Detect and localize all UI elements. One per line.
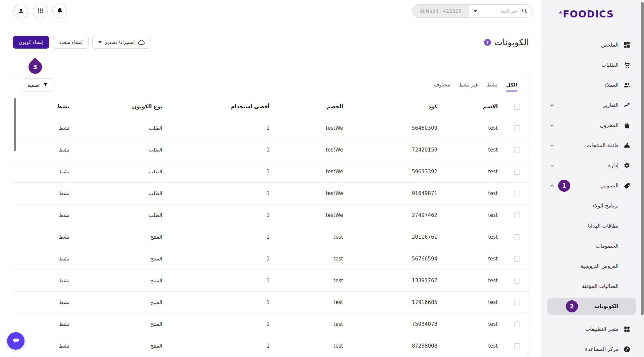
cell-name: test (447, 117, 508, 139)
row-checkbox[interactable] (514, 147, 520, 153)
cell-discount: test (280, 335, 353, 357)
row-checkbox[interactable] (514, 125, 520, 131)
cell-code: 75934078 (353, 313, 447, 335)
chevron-down-icon (98, 41, 102, 43)
row-checkbox[interactable] (514, 169, 520, 175)
tab-active[interactable]: نشط (487, 82, 497, 88)
cell-coupon-type: الطلب (79, 117, 172, 139)
import-export-button[interactable]: إستيراد/ تصدير (92, 36, 151, 49)
cell-coupon-type: المنتج (79, 313, 172, 335)
sidebar-item-timed-events[interactable]: الفعاليات المؤقتة (541, 276, 644, 296)
cell-name: test (447, 270, 508, 291)
cell-discount: test (280, 270, 353, 291)
apps-grid-button[interactable] (33, 4, 48, 18)
sidebar-item-gift-cards[interactable]: بطاقات الهدايا (541, 216, 644, 236)
sidebar-item-marketing[interactable]: التسويق 1 (541, 176, 644, 196)
sidebar-item-products-menu[interactable]: قائمة المنتجات (541, 135, 644, 156)
sidebar-item-summary[interactable]: الملخص (541, 35, 644, 55)
header-coupon-type: نوع الكوبون (79, 96, 172, 117)
apps-grid-icon (37, 7, 44, 14)
cell-status: نشط (13, 313, 79, 335)
registered-mark: ® (559, 11, 563, 15)
window-scrollbar-thumb[interactable] (641, 2, 644, 315)
sidebar-item-coupons[interactable]: الكوبونات 2 (547, 298, 636, 315)
cell-name: test (447, 139, 508, 161)
brand-logo-wrap: FOODICS® (541, 0, 644, 20)
cloud-icon (138, 39, 145, 46)
cell-max-usage: 1 (172, 226, 280, 248)
sidebar-item-help-center[interactable]: ? مركز المساعدة (541, 339, 644, 357)
tab-inactive[interactable]: غير نشط (459, 82, 478, 88)
cell-status: نشط (13, 226, 79, 248)
table-row[interactable]: test 56766594 test 1 المنتج نشط (13, 248, 529, 270)
sidebar-item-promotions[interactable]: العروض الترويجية (541, 256, 644, 276)
filter-button[interactable]: تصفية (22, 78, 54, 92)
table-row[interactable]: test 75934078 test 1 المنتج نشط (13, 313, 529, 335)
header-name: الاسم (447, 96, 508, 117)
row-checkbox[interactable] (514, 278, 520, 284)
sidebar-item-discounts[interactable]: الخصومات (541, 236, 644, 256)
table-row[interactable]: test 59633392 testWe 1 الطلب نشط (13, 161, 529, 182)
table-row[interactable]: test 27497462 testWe 1 الطلب نشط (13, 204, 529, 226)
chevron-down-icon[interactable] (474, 10, 477, 12)
row-checkbox[interactable] (514, 191, 520, 196)
row-checkbox[interactable] (514, 213, 520, 218)
header-code: كود (353, 96, 447, 117)
table-row[interactable]: test 56460309 testWe 1 الطلب نشط (13, 117, 529, 139)
row-checkbox[interactable] (514, 343, 520, 349)
help-center-icon: ? (623, 346, 631, 353)
create-coupon-button[interactable]: إنشاء كوبون (13, 36, 49, 49)
card-toolbar: الكل نشط غير نشط محذوف تصفية (13, 74, 529, 96)
category-search[interactable] (482, 8, 532, 14)
cell-discount: test (280, 291, 353, 313)
reports-icon (623, 102, 631, 109)
table-row[interactable]: test 13391767 test 1 المنتج نشط (13, 270, 529, 291)
row-checkbox[interactable] (514, 256, 520, 262)
cell-coupon-type: المنتج (79, 226, 172, 248)
table-row[interactable]: test 87288008 test 1 المنتج نشط (13, 335, 529, 357)
cell-status: نشط (13, 182, 79, 204)
table-row[interactable]: test 17916685 test 1 المنتج نشط (13, 291, 529, 313)
table-row[interactable]: test 20116761 test 1 المنتج نشط (13, 226, 529, 248)
row-checkbox[interactable] (514, 300, 520, 305)
row-checkbox[interactable] (514, 234, 520, 240)
sidebar-item-manage[interactable]: إدارة (541, 156, 644, 176)
tab-deleted[interactable]: محذوف (434, 82, 450, 88)
sidebar-item-loyalty-program[interactable]: برنامج الولاء (541, 196, 644, 216)
cell-name: test (447, 291, 508, 313)
page-title: الكوبونات (494, 37, 529, 47)
category-search-input[interactable] (482, 8, 519, 14)
coupons-table: الاسم كود الخصم أقصى استخدام نوع الكوبون… (13, 96, 529, 357)
chat-support-button[interactable] (7, 332, 24, 350)
help-icon[interactable]: ? (484, 39, 491, 46)
svg-text:?: ? (626, 347, 628, 352)
chevron-down-icon (549, 103, 555, 108)
notifications-button[interactable] (52, 4, 67, 18)
inventory-icon (623, 122, 631, 129)
select-all-checkbox[interactable] (514, 104, 520, 110)
tab-all[interactable]: الكل (506, 82, 517, 88)
table-scrollbar-thumb[interactable] (14, 98, 16, 151)
cell-code: 56460309 (353, 117, 447, 139)
table-row[interactable]: test 91649871 testWe 1 الطلب نشط (13, 182, 529, 204)
cell-max-usage: 1 (172, 161, 280, 182)
header-discount: الخصم (280, 96, 353, 117)
table-row[interactable]: test 72420159 testWe 1 الطلب نشط (13, 139, 529, 161)
sidebar-item-orders[interactable]: الطلبات (541, 55, 644, 75)
account-branch-chip[interactable]: AliNabil - 422828 (412, 5, 469, 17)
cell-max-usage: 1 (172, 139, 280, 161)
sidebar-item-customers[interactable]: العملاء (541, 75, 644, 95)
cell-discount: testWe (280, 182, 353, 204)
cell-code: 87288008 (353, 335, 447, 357)
cell-status: نشط (13, 248, 79, 270)
user-profile-button[interactable] (13, 4, 28, 18)
window-scrollbar[interactable] (641, 0, 644, 357)
filter-funnel-icon (43, 82, 48, 88)
sidebar-item-reports[interactable]: التقارير (541, 95, 644, 115)
cell-code: 59633392 (353, 161, 447, 182)
row-checkbox[interactable] (514, 321, 520, 327)
create-multiple-button[interactable]: إنشاء متعدد (53, 36, 89, 49)
sidebar-item-app-marketplace[interactable]: متجر التطبيقات (541, 319, 644, 339)
sidebar-item-inventory[interactable]: المخزون (541, 115, 644, 135)
cell-status: نشط (13, 270, 79, 291)
